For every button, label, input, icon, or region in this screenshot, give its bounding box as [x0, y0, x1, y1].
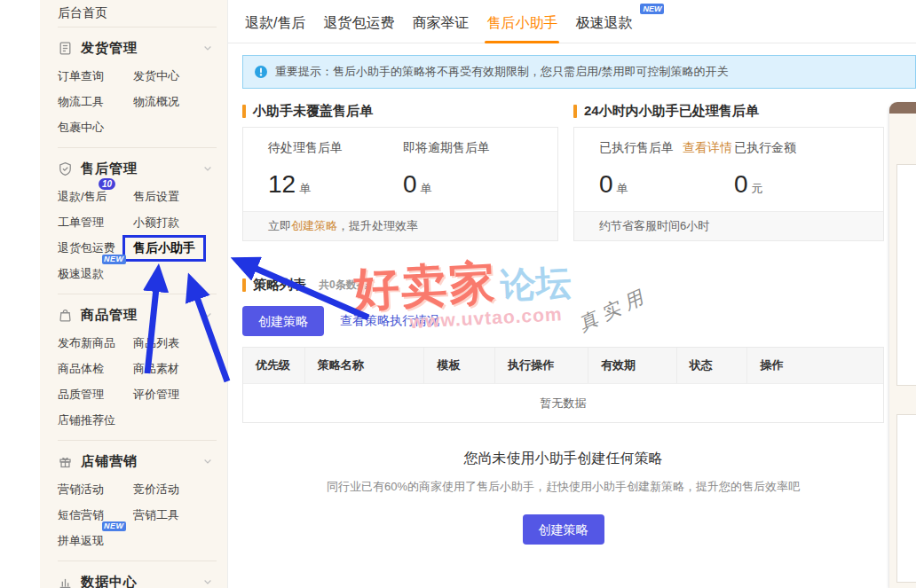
column-header-status: 状态	[677, 348, 748, 383]
sidebar-item-refund[interactable]: 退款/售后 10	[58, 184, 114, 209]
sidebar-item[interactable]: 商品体检	[58, 356, 111, 381]
sidebar-item-label: 退货包运费	[58, 240, 115, 256]
metric-value: 0	[599, 170, 613, 198]
sidebar-item-label: 售后设置	[133, 189, 179, 205]
title-accent-bar	[242, 278, 246, 292]
sidebar-item-label: 短信营销	[58, 507, 104, 523]
metric-unit: 单	[617, 182, 628, 195]
chevron-down-icon[interactable]	[202, 310, 213, 320]
footer-text: 立即	[268, 219, 291, 232]
metric-value: 0	[734, 170, 748, 198]
sidebar-item[interactable]: 品质管理	[58, 381, 111, 407]
strategy-count: 共0条数据	[319, 278, 367, 293]
sidebar-item-label: 商品列表	[133, 335, 179, 351]
sidebar-item-label: 退款/售后	[58, 189, 107, 205]
chevron-down-icon[interactable]	[202, 43, 213, 53]
sidebar-item-assistant-highlighted[interactable]: 售后小助手	[133, 235, 213, 261]
tab-refund-aftersales[interactable]: 退款/售后	[245, 14, 305, 43]
sidebar-section-data: 数据中心	[58, 561, 227, 588]
view-details-link[interactable]: 查看详情	[683, 140, 732, 156]
sidebar-item-label: 拼单返现	[58, 533, 104, 549]
footer-text: ，提升处理效率	[337, 219, 418, 232]
notice-text: 重要提示：售后小助手的策略将不再受有效期限制，您只需启用/禁用即可控制策略的开关	[275, 64, 729, 80]
sidebar-item[interactable]: 小额打款	[133, 209, 186, 235]
sidebar-item[interactable]: 工单管理	[58, 209, 111, 235]
cutoff-widget-card	[896, 414, 916, 583]
sidebar-item-label: 竞价活动	[133, 482, 179, 498]
sidebar-item[interactable]: 物流概况	[133, 89, 186, 114]
sidebar-item-label: 营销工具	[133, 507, 179, 523]
section-title: 售后管理	[81, 161, 138, 177]
title-accent-bar	[242, 105, 246, 118]
tab-express-refund[interactable]: 极速退款 NEW	[575, 14, 632, 43]
empty-state-subtitle: 同行业已有60%的商家使用了售后小助手，赶快使用小助手创建新策略，提升您的售后效…	[242, 479, 884, 495]
metric-label: 已执行售后单	[599, 140, 674, 156]
metric-label: 待处理售后单	[268, 140, 343, 156]
tab-aftersales-assistant[interactable]: 售后小助手	[486, 14, 557, 43]
main-content: 退款/售后 退货包运费 商家举证 售后小助手 极速退款 NEW 重要提示：售后小…	[227, 0, 916, 588]
sidebar-item[interactable]: 订单查询	[58, 63, 111, 89]
sidebar-section-shipping: 发货管理 订单查询 发货中心 物流工具 物流概况 包裹中心	[58, 27, 227, 140]
sidebar-section-header-marketing[interactable]: 店铺营销	[58, 448, 227, 474]
sidebar-section-header-shipping[interactable]: 发货管理	[58, 35, 227, 61]
sidebar-item[interactable]: 店铺推荐位	[58, 407, 122, 433]
sidebar-item[interactable]: 商品素材	[133, 356, 186, 381]
cutoff-widget-card	[896, 164, 916, 386]
sidebar-item-home[interactable]: 后台首页	[58, 0, 227, 27]
panel-uncovered-orders: 小助手未覆盖售后单 待处理售后单 12单 即将逾期售后单 0单	[242, 103, 558, 241]
left-rail	[0, 0, 40, 588]
bag-icon	[58, 308, 73, 323]
sidebar-item[interactable]: 包裹中心	[58, 114, 111, 140]
sidebar-item-label: 营销活动	[58, 482, 104, 498]
section-title: 发货管理	[81, 40, 138, 57]
shield-icon	[58, 161, 73, 176]
sidebar-item[interactable]: 评价管理	[133, 381, 186, 407]
create-strategy-link[interactable]: 创建策略	[291, 219, 337, 232]
sidebar-item[interactable]: 发布新商品	[58, 330, 122, 356]
chevron-down-icon[interactable]	[202, 576, 213, 587]
sidebar-item-label: 店铺推荐位	[58, 412, 115, 428]
sidebar-section-marketing: 店铺营销 营销活动 竞价活动 短信营销 营销工具 拼单返现 NEW	[58, 441, 227, 553]
annotation-highlight-box: 售后小助手	[122, 235, 206, 262]
title-accent-bar	[573, 105, 577, 118]
sidebar-item-label: 订单查询	[58, 68, 104, 84]
sidebar-item-express-refund[interactable]: 极速退款 NEW	[58, 261, 111, 286]
tab-merchant-evidence[interactable]: 商家举证	[412, 14, 469, 43]
chevron-down-icon[interactable]	[202, 456, 213, 466]
view-strategy-execution-link[interactable]: 查看策略执行情况	[340, 313, 439, 329]
metric-executed-amount: 已执行金额 0元	[734, 140, 869, 199]
sidebar-item[interactable]: 商品列表	[133, 330, 186, 356]
create-strategy-button-empty-state[interactable]: 创建策略	[523, 514, 604, 545]
sidebar-item-label: 评价管理	[133, 387, 179, 403]
metric-overdue-soon: 即将逾期售后单 0单	[403, 140, 538, 199]
panel-processed-orders: 24小时内小助手已处理售后单 已执行售后单 查看详情 0单 已执行金额	[573, 103, 884, 241]
section-title-text: 策略列表	[253, 277, 306, 294]
tab-return-freight[interactable]: 退货包运费	[323, 14, 394, 43]
chevron-down-icon[interactable]	[202, 163, 213, 174]
sidebar-item-label: 小额打款	[133, 215, 179, 231]
column-header-action: 执行操作	[495, 348, 588, 383]
tab-label: 极速退款	[575, 15, 632, 30]
sidebar-item[interactable]: 竞价活动	[133, 476, 186, 502]
sidebar-item-label: 包裹中心	[58, 120, 104, 136]
sidebar-section-header-aftersales[interactable]: 售后管理	[58, 155, 227, 182]
sidebar-item-label: 品质管理	[58, 387, 104, 403]
sidebar-section-products: 商品管理 发布新商品 商品列表 商品体检 商品素材 品质管理 评价管理 店铺推荐…	[58, 294, 227, 433]
sidebar-item[interactable]: 营销工具	[133, 502, 186, 528]
sidebar-section-header-products[interactable]: 商品管理	[58, 302, 227, 328]
column-header-operation: 操作	[747, 348, 883, 383]
sidebar-item-label: 物流概况	[133, 94, 179, 110]
info-icon	[254, 65, 268, 79]
metric-value: 0	[403, 170, 417, 198]
document-icon	[58, 41, 73, 56]
create-strategy-button[interactable]: 创建策略	[242, 306, 324, 336]
sidebar-item[interactable]: 发货中心	[133, 63, 186, 89]
sidebar-item[interactable]: 售后设置	[133, 184, 186, 209]
sidebar-item-group-rebate[interactable]: 拼单返现 NEW	[58, 528, 111, 553]
metric-unit: 元	[752, 182, 763, 195]
sidebar-item[interactable]: 营销活动	[58, 476, 111, 502]
sidebar-item[interactable]: 物流工具	[58, 89, 111, 114]
stat-card: 待处理售后单 12单 即将逾期售后单 0单 立即创建策略，提升处理效率	[242, 127, 558, 241]
sidebar-section-header-data[interactable]: 数据中心	[58, 568, 227, 588]
sidebar-item-label: 商品素材	[133, 361, 179, 377]
